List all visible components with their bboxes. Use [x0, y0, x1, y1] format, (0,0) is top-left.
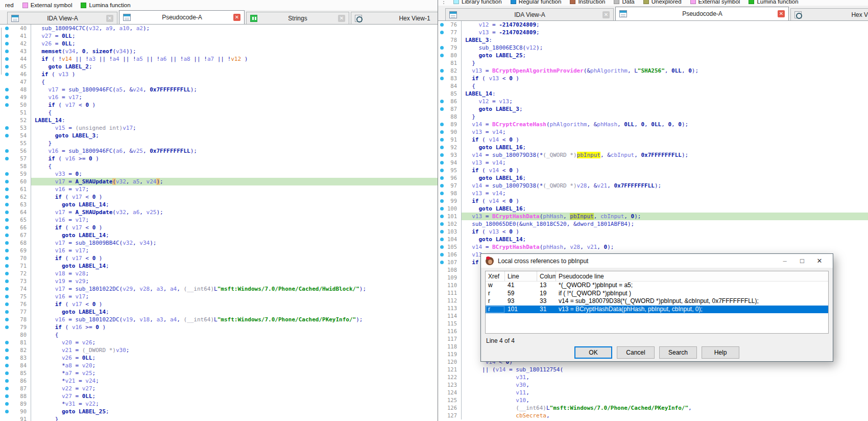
code-line-93[interactable]: 93 v14 = sub_180079D38(*(_QWORD *)pbInpu… [438, 151, 868, 159]
code-text[interactable]: goto LABEL_14; [31, 262, 438, 270]
code-text[interactable]: goto LABEL_3; [31, 132, 438, 139]
code-text[interactable]: { [31, 109, 438, 116]
code-line-67[interactable]: 67 goto LABEL_14; [0, 231, 438, 239]
code-text[interactable]: v17 = sub_1800946FC(a5, &v24, 0x7FFFFFFF… [31, 86, 438, 93]
code-line-88[interactable]: 88 v27 = 0LL; [0, 392, 438, 400]
code-text[interactable]: v18 = v28; [31, 270, 438, 277]
code-line-82[interactable]: 82 v21 = (_DWORD *)v30; [0, 346, 438, 354]
code-line-105[interactable]: 105 v14 = BCryptHashData(phHash, v28, v2… [438, 243, 868, 251]
code-line-53[interactable]: 53 v15 = (unsigned int)v17; [0, 124, 438, 132]
code-line-89[interactable]: 89 v14 = BCryptCreateHash(phAlgorithm, &… [438, 121, 868, 128]
code-line-77[interactable]: 77 goto LABEL_14; [0, 308, 438, 316]
code-text[interactable]: v16 = v17; [31, 216, 438, 224]
code-text[interactable]: goto LABEL_2; [31, 63, 438, 71]
code-text[interactable]: LABEL_14: [31, 116, 438, 124]
tab-pseudocode-a[interactable]: Pseudocode-A✕ [615, 7, 789, 20]
code-text[interactable]: sub_180065DE0(&unk_18018C520, &dword_180… [461, 220, 868, 228]
code-text[interactable]: v13 = BCryptOpenAlgorithmProvider(&phAlg… [461, 67, 868, 75]
code-line-80[interactable]: 80 { [0, 331, 438, 339]
close-icon[interactable]: ✕ [811, 254, 828, 268]
code-text[interactable]: if ( v17 < 0 ) [31, 300, 438, 308]
close-icon[interactable]: ✕ [338, 15, 345, 22]
code-line-97[interactable]: 97 v14 = sub_180079D38(*(_QWORD *)v28, &… [438, 182, 868, 190]
code-text[interactable]: v31, [461, 373, 868, 381]
code-line-126[interactable]: 126 (__int64)L"msft:Windows/7.0/Phone/Ca… [438, 404, 868, 412]
code-text[interactable]: v33 = 0; [31, 170, 438, 178]
maximize-icon[interactable]: □ [793, 254, 811, 268]
search-button[interactable]: Search [659, 346, 697, 359]
xref-row-line-101[interactable]: r10131v13 = BCryptHashData(phHash, pbInp… [486, 306, 828, 314]
code-line-87[interactable]: 87 goto LABEL_3; [438, 105, 868, 113]
code-text[interactable]: v13 = -2147024809; [461, 29, 868, 36]
xref-list-header[interactable]: Xref Line Column Pseudocode line [486, 271, 828, 282]
tab-strings[interactable]: Strings✕ [246, 12, 349, 24]
code-line-84[interactable]: 84 { [438, 82, 868, 90]
close-icon[interactable]: ✕ [602, 11, 610, 18]
code-line-49[interactable]: 49 v16 = v17; [0, 93, 438, 101]
code-line-104[interactable]: 104 goto LABEL_14; [438, 236, 868, 243]
code-line-96[interactable]: 96 goto LABEL_16; [438, 174, 868, 182]
code-line-76[interactable]: 76 if ( v17 < 0 ) [0, 300, 438, 308]
code-line-44[interactable]: 44 if ( !v14 || !a3 || !a4 || !a5 || !a6… [0, 55, 438, 63]
code-line-123[interactable]: 123 v30, [438, 381, 868, 389]
xref-row-line-59[interactable]: r5919if ( !*(_QWORD *)pbInput ) [486, 290, 828, 298]
code-line-88[interactable]: 88 } [438, 113, 868, 121]
minimize-icon[interactable]: – [776, 254, 793, 268]
code-text[interactable]: v13 = v14; [461, 190, 868, 197]
code-text[interactable]: sub_18006E3C8(v12); [461, 44, 868, 52]
code-text[interactable]: v26 = 0LL; [31, 354, 438, 362]
code-line-86[interactable]: 86 *v21 = v24; [0, 377, 438, 385]
column-header-pseudocode[interactable]: Pseudocode line [556, 271, 828, 281]
code-text[interactable]: if ( v13 < 0 ) [461, 75, 868, 82]
code-text[interactable]: sub_180094C7C(v32, a9, a10, a2); [31, 25, 438, 32]
code-line-52[interactable]: 52LABEL_14: [0, 116, 438, 124]
code-line-64[interactable]: 64 v17 = A_SHAUpdate(v32, a6, v25); [0, 208, 438, 216]
code-text[interactable]: v16 = v17; [31, 247, 438, 254]
code-text[interactable]: v17 = A_SHAUpdate(v32, a5, v24); [31, 178, 438, 185]
code-text[interactable]: v10, [461, 396, 868, 404]
code-line-122[interactable]: 122 v31, [438, 373, 868, 381]
dialog-title-bar[interactable]: Local cross references to pbInput – □ ✕ [481, 254, 833, 268]
code-line-102[interactable]: 102 sub_180065DE0(&unk_18018C520, &dword… [438, 220, 868, 228]
code-text[interactable]: v11, [461, 389, 868, 396]
code-text[interactable]: { [31, 331, 438, 339]
code-text[interactable]: goto LABEL_14; [461, 236, 868, 243]
code-line-83[interactable]: 83 if ( v13 < 0 ) [438, 75, 868, 82]
code-line-66[interactable]: 66 if ( v17 < 0 ) [0, 224, 438, 231]
code-line-91[interactable]: 91 } [0, 415, 438, 421]
code-line-79[interactable]: 79 if ( v16 >= 0 ) [0, 323, 438, 331]
code-text[interactable]: if ( !v14 || !a3 || !a4 || !a5 || !a6 ||… [31, 55, 438, 63]
code-line-85[interactable]: 85LABEL_14: [438, 90, 868, 98]
toolbar-drag-handle[interactable] [443, 0, 445, 4]
column-header-xref[interactable]: Xref [486, 271, 505, 281]
code-text[interactable]: if ( v17 < 0 ) [31, 254, 438, 262]
code-line-82[interactable]: 82 v13 = BCryptOpenAlgorithmProvider(&ph… [438, 67, 868, 75]
code-text[interactable]: } [461, 113, 868, 121]
code-line-51[interactable]: 51 { [0, 109, 438, 116]
code-line-54[interactable]: 54 goto LABEL_3; [0, 132, 438, 139]
tab-hex-view-1[interactable]: Hex View-1✕ [351, 12, 438, 24]
code-text[interactable]: if ( v14 < 0 ) [461, 167, 868, 174]
pseudocode-view[interactable]: 40 sub_180094C7C(v32, a9, a10, a2);41 v2… [0, 25, 438, 421]
code-line-81[interactable]: 81 v20 = v26; [0, 339, 438, 346]
code-line-43[interactable]: 43 memset(v34, 0, sizeof(v34)); [0, 48, 438, 55]
code-line-80[interactable]: 80 goto LABEL_25; [438, 52, 868, 59]
code-text[interactable]: v17 = A_SHAUpdate(v32, a6, v25); [31, 208, 438, 216]
code-line-41[interactable]: 41 v27 = 0LL; [0, 32, 438, 40]
code-text[interactable]: v16 = v17; [31, 293, 438, 300]
code-line-81[interactable]: 81 } [438, 59, 868, 67]
code-text[interactable]: LABEL_14: [461, 90, 868, 98]
code-line-85[interactable]: 85 *a7 = v25; [0, 369, 438, 377]
code-text[interactable]: v16 = v17; [31, 93, 438, 101]
close-icon[interactable]: ✕ [233, 14, 240, 21]
tab-ida-view-a[interactable]: IDA View-A✕ [7, 12, 117, 24]
code-line-79[interactable]: 79 sub_18006E3C8(v12); [438, 44, 868, 52]
code-text[interactable]: v14 = sub_180079D38(*(_QWORD *)v28, &v21… [461, 182, 868, 190]
code-line-98[interactable]: 98 v13 = v14; [438, 190, 868, 197]
code-text[interactable]: (__int64)L"msft:Windows/7.0/Phone/Cached… [461, 404, 868, 412]
code-text[interactable]: v12 = -2147024809; [461, 21, 868, 29]
code-line-62[interactable]: 62 if ( v17 < 0 ) [0, 193, 438, 201]
code-line-70[interactable]: 70 if ( v17 < 0 ) [0, 254, 438, 262]
code-text[interactable]: v19 = v29; [31, 277, 438, 285]
code-text[interactable]: { [31, 78, 438, 86]
